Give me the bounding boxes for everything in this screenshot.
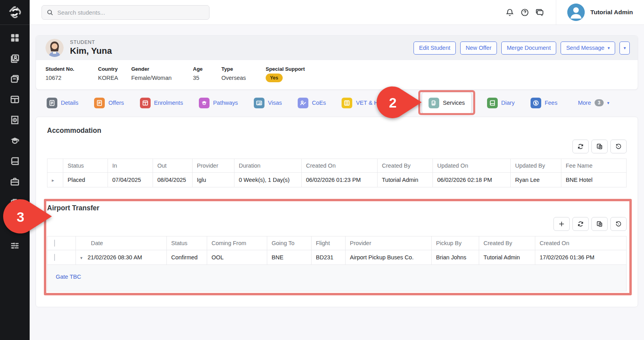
accommodation-panel: Accommodation Status In Out Provider Dur… <box>47 127 627 187</box>
column-header[interactable]: Provider <box>193 159 234 173</box>
airport-transfer-table: Date Status Coming From Going To Flight … <box>47 236 627 265</box>
offer-document-icon <box>94 98 105 108</box>
student-photo <box>45 39 64 57</box>
tab-offers[interactable]: Offers <box>94 98 124 108</box>
tab-vet-he[interactable]: VET & HE <box>342 98 382 108</box>
add-button[interactable] <box>553 217 570 231</box>
column-header[interactable]: Updated On <box>433 159 511 173</box>
new-offer-button[interactable]: New Offer <box>460 42 497 55</box>
field-gender: Gender Female/Woman <box>131 66 193 82</box>
merge-document-button[interactable]: Merge Document <box>501 42 556 55</box>
history-button[interactable] <box>610 217 627 231</box>
column-header[interactable]: Created On <box>302 159 378 173</box>
person-check-icon <box>298 98 308 108</box>
search-input[interactable] <box>57 9 204 16</box>
layout-board-icon[interactable] <box>10 94 20 104</box>
table-row: ▸ Placed 07/04/2025 08/04/2025 Iglu 0 We… <box>47 173 627 187</box>
bell-icon <box>506 8 514 17</box>
column-header[interactable]: Status <box>167 236 207 250</box>
user-name: Tutorial Admin <box>590 9 633 16</box>
student-card-icon[interactable] <box>10 53 20 63</box>
tab-details[interactable]: Details <box>47 98 78 108</box>
column-header[interactable]: Coming From <box>207 236 267 250</box>
search-icon <box>47 9 53 16</box>
column-header[interactable]: Duration <box>234 159 302 173</box>
row-checkbox[interactable] <box>54 254 55 261</box>
refresh-icon <box>577 221 584 227</box>
user-menu[interactable]: Tutorial Admin <box>567 4 633 21</box>
dashboard-grid-icon[interactable] <box>10 33 20 43</box>
graduation-cap-icon <box>199 98 210 108</box>
annotation-step-number: 2 <box>389 95 397 111</box>
column-header[interactable]: Updated By <box>511 159 561 173</box>
tab-more[interactable]: More 3 ▾ <box>578 99 609 106</box>
collapse-row-icon[interactable]: ▾ <box>80 255 83 260</box>
airport-transfer-panel: 3 Airport Transfer Date Status Coming Fr… <box>47 204 627 291</box>
tab-visas[interactable]: Visas <box>254 98 282 108</box>
column-header[interactable]: Fee Name <box>561 159 627 173</box>
archive-icon[interactable] <box>10 197 20 207</box>
table-grid-icon <box>140 98 151 108</box>
services-tab-content: Accommodation Status In Out Provider Dur… <box>36 117 638 307</box>
more-count-badge: 3 <box>595 99 604 106</box>
search-box[interactable] <box>42 5 210 20</box>
send-message-button[interactable]: Send Message▾ <box>561 42 615 55</box>
refresh-button[interactable] <box>572 217 589 231</box>
gate-note-link[interactable]: Gate TBC <box>56 274 81 280</box>
column-header[interactable]: Date <box>76 236 167 250</box>
expand-row-icon[interactable]: ▸ <box>52 178 54 183</box>
sliders-icon[interactable] <box>10 241 20 251</box>
column-header[interactable]: Status <box>63 159 108 173</box>
tab-diary[interactable]: Diary <box>487 98 515 108</box>
book-icon[interactable] <box>10 156 20 166</box>
field-type: Type Overseas <box>221 66 266 82</box>
invoice-dollar-icon[interactable] <box>10 115 20 125</box>
field-special-support: Special Support Yes <box>266 66 305 82</box>
copy-icon <box>596 143 603 150</box>
history-button[interactable] <box>610 140 627 153</box>
plus-icon <box>558 221 565 227</box>
columns-icon <box>342 98 352 108</box>
field-student-no: Student No. 10672 <box>45 66 98 82</box>
caret-down-icon: ▾ <box>623 46 626 50</box>
briefcase-icon[interactable] <box>10 177 20 187</box>
column-header[interactable]: Created By <box>479 236 535 250</box>
caret-down-icon: ▾ <box>608 46 610 50</box>
tab-coes[interactable]: CoEs <box>298 98 326 108</box>
tab-hidden[interactable] <box>398 98 412 108</box>
column-header[interactable]: In <box>108 159 153 173</box>
column-header[interactable] <box>47 159 63 173</box>
column-header[interactable]: Going To <box>267 236 312 250</box>
column-header[interactable]: Pickup By <box>432 236 479 250</box>
graduation-cap-icon[interactable] <box>10 136 20 145</box>
airport-transfer-title: Airport Transfer <box>47 204 627 212</box>
notifications-button[interactable] <box>502 5 517 20</box>
tab-services[interactable]: 2 Services <box>422 93 471 113</box>
history-icon <box>615 221 622 227</box>
more-actions-button[interactable]: ▾ <box>619 42 630 55</box>
column-header[interactable]: Flight <box>312 236 346 250</box>
field-country: Country KOREA <box>98 66 131 82</box>
document-lines-icon <box>47 98 57 108</box>
tab-enrolments[interactable]: Enrolments <box>140 98 183 108</box>
documents-stack-icon[interactable] <box>10 74 20 84</box>
help-button[interactable] <box>517 5 532 20</box>
column-header[interactable]: Created On <box>535 236 627 250</box>
column-header[interactable]: Out <box>153 159 193 173</box>
dollar-circle-icon <box>531 98 541 108</box>
user-avatar <box>567 4 585 21</box>
tab-pathways[interactable]: Pathways <box>199 98 238 108</box>
refresh-icon <box>577 143 584 150</box>
special-support-badge: Yes <box>266 74 283 82</box>
tab-fees[interactable]: Fees <box>531 98 557 108</box>
copy-button[interactable] <box>591 217 608 231</box>
edit-student-button[interactable]: Edit Student <box>414 42 456 55</box>
refresh-button[interactable] <box>572 140 589 153</box>
chat-button[interactable] <box>532 5 547 20</box>
app-logo[interactable] <box>0 0 30 25</box>
column-header[interactable]: Created By <box>378 159 433 173</box>
select-all-checkbox[interactable] <box>54 240 55 247</box>
table-row: ▾21/02/2026 08:30 AM Confirmed OOL BNE B… <box>47 250 627 265</box>
copy-button[interactable] <box>591 140 608 153</box>
column-header[interactable]: Provider <box>346 236 432 250</box>
